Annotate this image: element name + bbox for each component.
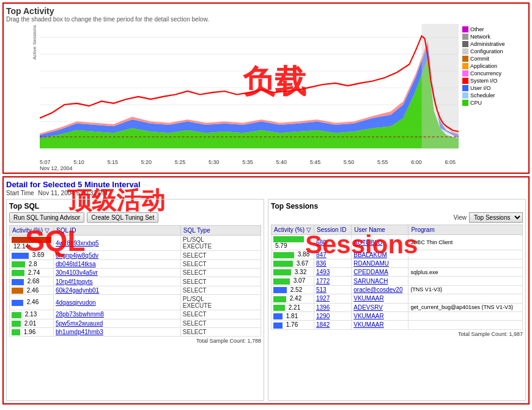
table-row: 3.88 847 BBALAKUM	[272, 250, 523, 259]
session-username-link[interactable]: BBALAKUM	[353, 252, 386, 258]
chart-svg[interactable]: 16.975 4.550 2.125 9.700 7.275 4.850 2.4…	[40, 24, 459, 158]
legend-item: System I/O	[462, 78, 526, 84]
legend-label: Configuration	[470, 48, 503, 54]
session-id-link[interactable]: 680	[316, 239, 327, 246]
run-sql-tuning-advisor-button[interactable]: Run SQL Tuning Advisor	[9, 212, 84, 223]
top-sessions-panel: Top Sessions View Top Sessions Activity …	[268, 199, 526, 401]
sql-id-link[interactable]: 5pw5mx2wuauxd	[56, 320, 103, 327]
session-id-cell[interactable]: 1927	[314, 294, 352, 303]
session-username-cell[interactable]: VKUMAAR	[352, 311, 408, 320]
legend-color-box	[462, 70, 468, 76]
session-id-link[interactable]: 1842	[316, 321, 330, 328]
session-username-link[interactable]: CPEDDAMA	[353, 269, 388, 275]
sql-id-link[interactable]: 4dqasqjrvudon	[56, 299, 96, 306]
session-username-cell[interactable]: RDANDAMU	[352, 259, 408, 267]
sql-id-link[interactable]: 4w18h93xrxbq5	[56, 240, 99, 247]
create-sql-tuning-set-button[interactable]: Create SQL Tuning Set	[87, 212, 158, 223]
sql-id-link[interactable]: 30n4103v4a5vr	[56, 269, 98, 276]
sessions-col-sessionid[interactable]: Session ID	[314, 225, 352, 235]
session-username-cell[interactable]: CPEDDAMA	[352, 268, 408, 277]
sql-activity-cell: 12.14	[10, 236, 54, 251]
session-id-link[interactable]: 1290	[316, 313, 330, 319]
legend-color-box	[462, 100, 468, 106]
sql-activity-cell: 2.46	[10, 286, 54, 294]
session-username-link[interactable]: SARUNACH	[353, 278, 388, 285]
sql-id-link[interactable]: 10rp4f1tpqyts	[56, 278, 93, 285]
table-row: 2.01 5pw5mx2wuauxd SELECT	[10, 319, 261, 327]
sql-id-cell[interactable]: db046td14tksa	[54, 259, 181, 268]
session-username-cell[interactable]: BBALAKUM	[352, 250, 408, 259]
session-id-link[interactable]: 513	[316, 286, 327, 293]
sql-id-cell[interactable]: 30n4103v4a5vr	[54, 269, 181, 277]
sql-id-cell[interactable]: 0hgnp4jw8q5dv	[54, 251, 181, 259]
session-id-link[interactable]: 836	[316, 260, 327, 267]
legend-item: Commit	[462, 56, 526, 62]
sql-id-link[interactable]: 0hgnp4jw8q5dv	[56, 252, 98, 259]
x-axis-label: 5:15	[107, 159, 118, 165]
legend-label: System I/O	[470, 78, 498, 84]
session-activity-cell: 2.52	[272, 285, 314, 294]
session-username-link[interactable]: RDANDAMU	[353, 260, 389, 267]
sql-id-cell[interactable]: 4dqasqjrvudon	[54, 295, 181, 310]
sql-id-link[interactable]: db046td14tksa	[56, 261, 96, 267]
legend-color-box	[462, 34, 468, 40]
sql-type-cell: SELECT	[180, 251, 260, 259]
session-username-cell[interactable]: SARUNACH	[352, 277, 408, 285]
session-username-link[interactable]: ADEVSRV	[353, 304, 383, 311]
sql-activity-cell: 2.74	[10, 269, 54, 277]
sql-id-cell[interactable]: bh1umdp41hmb3	[54, 327, 181, 336]
session-id-cell[interactable]: 1772	[314, 277, 352, 285]
session-username-cell[interactable]: AUTOBLD	[352, 235, 408, 250]
session-id-cell[interactable]: 836	[314, 259, 352, 267]
session-id-cell[interactable]: 513	[314, 285, 352, 294]
session-id-cell[interactable]: 1842	[314, 321, 352, 329]
session-program-cell: JDBC Thin Client	[408, 235, 523, 250]
sql-col-id[interactable]: SQL ID	[54, 226, 181, 236]
table-row: 2.42 1927 VKUMAAR	[272, 294, 523, 303]
session-id-cell[interactable]: 680	[314, 235, 352, 250]
session-username-link[interactable]: VKUMAAR	[353, 313, 383, 319]
session-username-cell[interactable]: oracle@cosdev20	[352, 285, 408, 294]
sql-id-link[interactable]: 28pb73sbwhmm8	[56, 311, 104, 318]
sql-col-activity[interactable]: Activity (%) ▽	[10, 226, 54, 236]
sql-id-cell[interactable]: 28pb73sbwhmm8	[54, 310, 181, 319]
session-id-link[interactable]: 847	[316, 252, 327, 258]
legend-item: CPU	[462, 100, 526, 106]
session-username-link[interactable]: VKUMAAR	[353, 295, 383, 302]
session-id-cell[interactable]: 1290	[314, 311, 352, 320]
session-id-link[interactable]: 1927	[316, 295, 330, 302]
activity-value: 3.67	[297, 260, 308, 267]
session-id-cell[interactable]: 1493	[314, 268, 352, 277]
activity-value: 1.96	[24, 329, 35, 335]
top-activity-title: Top Activity	[6, 6, 526, 16]
legend-label: CPU	[470, 100, 482, 106]
session-username-cell[interactable]: VKUMAAR	[352, 294, 408, 303]
activity-value: 2.01	[24, 320, 36, 327]
session-id-link[interactable]: 1772	[316, 278, 330, 285]
sql-type-cell: SELECT	[180, 259, 260, 268]
session-id-cell[interactable]: 847	[314, 250, 352, 259]
sql-id-link[interactable]: 60k24gadynb01	[56, 287, 99, 294]
sql-col-type[interactable]: SQL Type	[180, 226, 260, 236]
sql-id-cell[interactable]: 60k24gadynb01	[54, 286, 181, 294]
sql-id-cell[interactable]: 5pw5mx2wuauxd	[54, 319, 181, 327]
session-username-link[interactable]: AUTOBLD	[353, 239, 382, 246]
sessions-col-activity[interactable]: Activity (%) ▽	[272, 225, 314, 235]
view-select[interactable]: Top Sessions	[469, 212, 523, 223]
x-axis-label: 5:45	[310, 159, 321, 165]
sql-type-cell: SELECT	[180, 327, 260, 336]
sql-id-link[interactable]: bh1umdp41hmb3	[56, 329, 103, 335]
sql-id-cell[interactable]: 4w18h93xrxbq5	[54, 236, 181, 251]
session-username-link[interactable]: oracle@cosdev20	[353, 286, 402, 293]
session-username-cell[interactable]: VKUMAAR	[352, 321, 408, 329]
session-id-cell[interactable]: 1396	[314, 303, 352, 311]
session-id-link[interactable]: 1396	[316, 304, 330, 311]
sql-id-cell[interactable]: 10rp4f1tpqyts	[54, 277, 181, 286]
session-id-link[interactable]: 1493	[316, 269, 330, 275]
sessions-col-program[interactable]: Program	[408, 225, 523, 235]
session-username-cell[interactable]: ADEVSRV	[352, 303, 408, 311]
sql-table: Activity (%) ▽ SQL ID SQL Type 12.14 4w1…	[9, 225, 261, 337]
sessions-col-username[interactable]: User Name	[352, 225, 408, 235]
session-activity-cell: 2.21	[272, 303, 314, 311]
session-username-link[interactable]: VKUMAAR	[353, 321, 383, 328]
